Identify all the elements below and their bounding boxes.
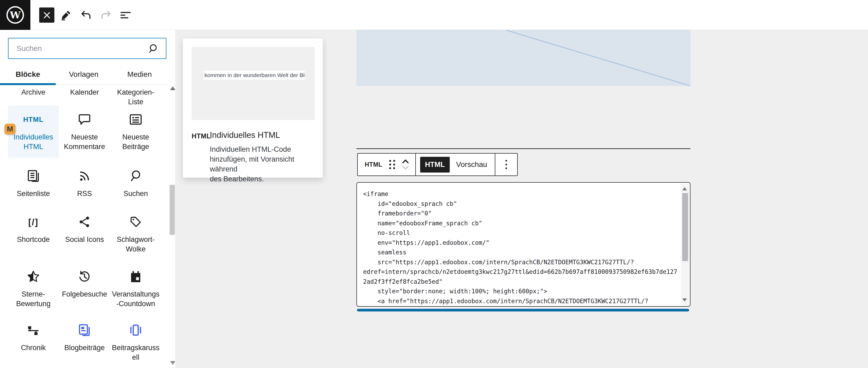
- latest-posts-icon: [129, 111, 142, 128]
- tab-medien[interactable]: Medien: [112, 64, 167, 85]
- block-mover: [401, 159, 409, 170]
- wordpress-logo-button[interactable]: W: [0, 0, 30, 30]
- wordpress-block-editor: W: [0, 0, 868, 368]
- document-overview-button[interactable]: [120, 9, 131, 21]
- pencil-icon: [61, 10, 71, 21]
- editor-top-bar: W: [0, 0, 868, 30]
- close-inserter-button[interactable]: [39, 7, 54, 23]
- separator-block[interactable]: [356, 148, 690, 149]
- event-countdown-icon: [129, 268, 142, 285]
- block-insertion-indicator: [357, 309, 689, 311]
- shortcode-icon: [/]: [28, 213, 38, 231]
- block-preview-description: Individuellen HTML-Code hinzufügen, mit …: [210, 145, 323, 184]
- kebab-menu-icon: [505, 159, 508, 170]
- block-toolbar-mode-section: HTML Vorschau: [415, 154, 495, 176]
- html-icon: HTML: [23, 111, 43, 128]
- code-scrollbar-thumb[interactable]: [682, 193, 688, 261]
- block-tile-veranstaltungs-countdown[interactable]: Veranstaltungs-Countdown: [111, 263, 161, 309]
- code-scroll-down-arrow[interactable]: [682, 298, 687, 302]
- drag-handle-icon[interactable]: [388, 159, 396, 170]
- block-tile-rss[interactable]: RSS: [59, 162, 110, 198]
- block-tile-suchen[interactable]: Suchen: [111, 162, 161, 198]
- options-menu-button[interactable]: [495, 159, 517, 170]
- block-tile-neueste-kommentare[interactable]: NeuesteKommentare: [59, 105, 110, 158]
- block-tile-shortcode[interactable]: [/] Shortcode: [8, 208, 59, 244]
- block-tile-sterne-bewertung[interactable]: Sterne-Bewertung: [8, 263, 59, 309]
- redo-icon: [100, 10, 112, 21]
- undo-icon: [81, 10, 92, 21]
- move-up-icon[interactable]: [401, 159, 409, 164]
- search-input[interactable]: [8, 44, 148, 53]
- scrollbar-up-arrow[interactable]: [170, 86, 176, 90]
- post-carousel-icon: [129, 321, 142, 339]
- block-tile-social-icons[interactable]: Social Icons: [59, 208, 110, 244]
- html-code-textarea[interactable]: <iframe id="edoobox_sprach cb" framebord…: [356, 182, 690, 307]
- search-block-icon: [129, 167, 142, 185]
- block-tile-schlagwort-wolke[interactable]: Schlagwort-Wolke: [111, 208, 161, 254]
- close-icon: [43, 12, 51, 19]
- star-half-icon: [27, 268, 40, 285]
- html-mode-button[interactable]: HTML: [420, 157, 450, 173]
- block-tile-beitragskarussell[interactable]: Beitragskarussell: [111, 316, 161, 362]
- block-preview-popover: kommen in der wunderbaren Welt der Blöck…: [183, 38, 323, 178]
- block-tile-blogbeitraege[interactable]: Blogbeiträge: [59, 316, 110, 352]
- panel-scrollbar-thumb[interactable]: [169, 185, 175, 235]
- inserter-tabs: Blöcke Vorlagen Medien: [0, 64, 167, 85]
- block-preview-title: Individuelles HTML: [210, 130, 280, 140]
- block-type-label: HTML: [365, 161, 382, 168]
- tag-icon: [129, 213, 142, 231]
- block-tile-neueste-beitraege[interactable]: NeuesteBeiträge: [111, 105, 161, 158]
- extension-overlay-badge[interactable]: M: [4, 124, 16, 134]
- block-tile-chronik[interactable]: Chronik: [8, 316, 59, 352]
- block-toolbar-options-section: [495, 154, 517, 176]
- edit-mode-button[interactable]: [61, 9, 72, 21]
- block-tile-kalender[interactable]: Kalender: [59, 83, 110, 97]
- code-scrollbar: [681, 183, 689, 305]
- tab-vorlagen[interactable]: Vorlagen: [56, 64, 112, 85]
- diagonal-line-graphic: [356, 30, 690, 86]
- block-tile-kategorien-liste[interactable]: Kategorien-Liste: [111, 83, 161, 107]
- tab-bloecke[interactable]: Blöcke: [0, 64, 56, 85]
- redo-button[interactable]: [100, 9, 112, 21]
- code-scroll-up-arrow[interactable]: [682, 187, 687, 190]
- history-icon: [78, 268, 91, 285]
- block-search-box: [8, 38, 166, 59]
- rss-icon: [78, 167, 91, 185]
- timeline-icon: [27, 321, 40, 339]
- html-icon: HTML: [192, 132, 211, 140]
- list-view-icon: [120, 10, 131, 20]
- html-code-content: <iframe id="edoobox_sprach cb" framebord…: [357, 189, 680, 306]
- share-icon: [79, 213, 91, 231]
- block-toolbar-mover-section: HTML: [358, 154, 415, 176]
- block-inserter-panel: Blöcke Vorlagen Medien Archive Kalender …: [0, 30, 176, 368]
- block-preview-sample: kommen in der wunderbaren Welt der Blöck…: [204, 71, 305, 80]
- block-tile-folgebesuche[interactable]: Folgebesuche: [59, 263, 110, 299]
- block-toolbar: HTML HTML Vorschau: [357, 153, 518, 176]
- move-down-icon[interactable]: [401, 165, 409, 170]
- block-preview-stage: kommen in der wunderbaren Welt der Blöck…: [192, 47, 315, 120]
- block-tile-seitenliste[interactable]: Seitenliste: [8, 162, 59, 198]
- undo-button[interactable]: [81, 9, 92, 21]
- search-icon: [148, 43, 159, 54]
- page-list-icon: [27, 167, 40, 185]
- block-tile-individuelles-html[interactable]: HTML IndividuellesHTML: [8, 105, 59, 158]
- comment-icon: [78, 111, 91, 128]
- preview-mode-button[interactable]: Vorschau: [450, 160, 495, 169]
- block-tile-archive[interactable]: Archive: [8, 83, 59, 97]
- wordpress-logo-icon: W: [6, 6, 24, 24]
- blog-posts-icon: [78, 321, 91, 339]
- scrollbar-down-arrow[interactable]: [170, 361, 176, 365]
- image-placeholder-block[interactable]: [356, 30, 690, 86]
